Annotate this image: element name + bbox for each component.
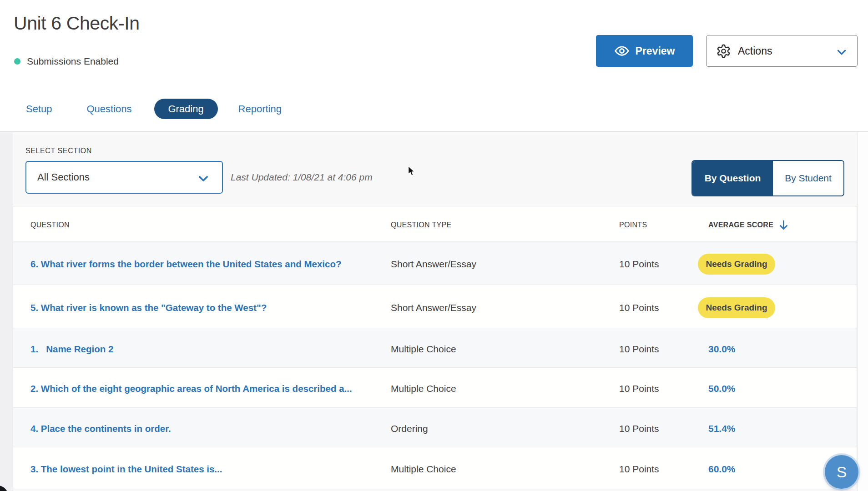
user-avatar[interactable]: S xyxy=(825,455,858,489)
question-type: Multiple Choice xyxy=(391,368,456,407)
table-row: 1. Name Region 2 Multiple Choice 10 Poin… xyxy=(13,328,857,368)
scrollbar-track[interactable] xyxy=(857,132,868,491)
table-row: 3. The lowest point in the United States… xyxy=(13,447,857,489)
section-dropdown-value: All Sections xyxy=(37,171,90,183)
question-type: Multiple Choice xyxy=(391,447,456,489)
question-link[interactable]: 4. Place the continents in order. xyxy=(30,408,376,447)
tab-reporting[interactable]: Reporting xyxy=(238,103,282,115)
points: 10 Points xyxy=(619,328,659,367)
question-type: Multiple Choice xyxy=(391,328,456,367)
chevron-down-icon xyxy=(836,46,848,58)
average-score: Needs Grading xyxy=(698,241,775,285)
toggle-by-question[interactable]: By Question xyxy=(692,161,773,195)
chevron-down-icon xyxy=(197,172,210,185)
actions-label: Actions xyxy=(738,45,772,57)
question-link[interactable]: 6. What river forms the border between t… xyxy=(30,241,376,285)
status-dot-icon xyxy=(14,58,20,65)
table-header-row: QUESTION QUESTION TYPE POINTS AVERAGE SC… xyxy=(13,206,857,241)
average-score: 51.4% xyxy=(708,408,736,447)
average-score: 60.0% xyxy=(708,447,736,489)
toggle-by-student[interactable]: By Student xyxy=(773,161,843,195)
points: 10 Points xyxy=(619,447,659,489)
table-row: 4. Place the continents in order. Orderi… xyxy=(13,408,857,447)
points: 10 Points xyxy=(619,408,659,447)
status-label: Submissions Enabled xyxy=(27,56,119,67)
sort-descending-arrow-icon xyxy=(779,220,788,230)
tab-questions[interactable]: Questions xyxy=(87,103,132,115)
needs-grading-badge[interactable]: Needs Grading xyxy=(698,297,775,318)
average-score: Needs Grading xyxy=(698,285,775,328)
tab-grading[interactable]: Grading xyxy=(154,99,218,119)
question-link[interactable]: 1. Name Region 2 xyxy=(30,328,376,367)
question-link[interactable]: 3. The lowest point in the United States… xyxy=(30,447,376,489)
points: 10 Points xyxy=(619,241,659,285)
select-section-label: SELECT SECTION xyxy=(25,147,92,155)
tab-bar: Setup Questions Grading Reporting xyxy=(26,99,282,119)
column-header-question-type: QUESTION TYPE xyxy=(391,206,451,241)
question-type: Ordering xyxy=(391,408,428,447)
preview-label: Preview xyxy=(636,45,675,57)
questions-table: QUESTION QUESTION TYPE POINTS AVERAGE SC… xyxy=(13,206,857,489)
top-bar: Unit 6 Check-In Submissions Enabled Setu… xyxy=(0,0,868,132)
actions-button[interactable]: Actions xyxy=(706,35,858,67)
tab-setup[interactable]: Setup xyxy=(26,103,52,115)
column-header-question: QUESTION xyxy=(30,206,70,241)
points: 10 Points xyxy=(619,368,659,407)
column-header-average-score-label: AVERAGE SCORE xyxy=(708,221,773,229)
average-score: 50.0% xyxy=(708,368,736,407)
table-row: 2. Which of the eight geographic areas o… xyxy=(13,368,857,408)
points: 10 Points xyxy=(619,285,659,328)
table-row: 5. What river is known as the "Gateway t… xyxy=(13,285,857,328)
needs-grading-badge[interactable]: Needs Grading xyxy=(698,254,775,275)
last-updated-text: Last Updated: 1/08/21 at 4:06 pm xyxy=(231,172,373,183)
preview-button[interactable]: Preview xyxy=(596,35,693,67)
status-row: Submissions Enabled xyxy=(14,55,119,67)
table-row: 6. What river forms the border between t… xyxy=(13,241,857,285)
question-link[interactable]: 5. What river is known as the "Gateway t… xyxy=(30,285,376,328)
question-link[interactable]: 2. Which of the eight geographic areas o… xyxy=(30,368,376,407)
eye-icon xyxy=(614,43,630,59)
grading-page: Unit 6 Check-In Submissions Enabled Setu… xyxy=(0,0,868,491)
column-header-points: POINTS xyxy=(619,206,647,241)
mouse-cursor-icon xyxy=(408,165,418,180)
section-dropdown[interactable]: All Sections xyxy=(25,161,223,194)
question-type: Short Answer/Essay xyxy=(391,241,476,285)
question-type: Short Answer/Essay xyxy=(391,285,476,328)
page-title: Unit 6 Check-In xyxy=(14,13,140,34)
column-header-average-score[interactable]: AVERAGE SCORE xyxy=(708,206,788,241)
gear-icon xyxy=(716,44,731,59)
view-toggle: By Question By Student xyxy=(691,160,844,196)
average-score: 30.0% xyxy=(708,328,736,367)
